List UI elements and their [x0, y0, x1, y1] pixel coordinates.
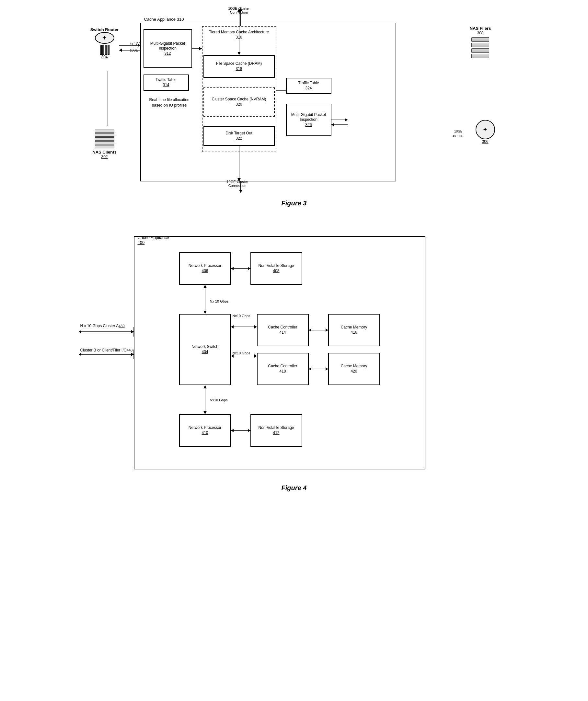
tt-314-label: Traffic Table [156, 77, 176, 82]
mgpi-312-label: Multi-Gigabit Packet Inspection [146, 41, 190, 51]
csc-320-label: Cluster Space Cache (NVRAM) [212, 97, 266, 102]
mgpi-312-box: Multi-Gigabit Packet Inspection 312 [144, 29, 192, 68]
tt-324-num: 324 [305, 86, 312, 91]
mgpi-312-num: 312 [164, 51, 171, 56]
tmca-316-label: Tiered Memory Cache Architecture 316 [204, 30, 274, 40]
right-4x1ge: 4x 1GE [452, 135, 463, 138]
speed-np-ns-label: Nx 10 Gbps [210, 299, 229, 303]
nas-filers: NAS Filers 308 [458, 26, 503, 58]
nas-clients-label: NAS Clients [82, 150, 127, 155]
tt-314-num: 314 [163, 82, 169, 88]
np-410-num: 410 [201, 431, 208, 436]
svg-marker-30 [131, 330, 134, 333]
realtime-text: Real-time file allocation based on IO pr… [145, 97, 194, 108]
cm-416-box: Cache Memory 416 [328, 314, 380, 346]
dto-322-box: Disk Target Out 322 [203, 126, 275, 146]
figure4-caption: Figure 4 [281, 484, 307, 492]
figure4-diagram: Cache Appliance 400 Network Processor 40… [75, 226, 513, 479]
svg-marker-34 [79, 353, 81, 356]
speed-ns-np2: Nx10 Gbps [210, 398, 228, 402]
dto-322-label: Disk Target Out [225, 131, 252, 136]
cm-420-label: Cache Memory [341, 364, 367, 369]
cluster-a-num: 430 [119, 324, 125, 328]
tt-324-label: Traffic Table [298, 81, 319, 86]
nvs-408-box: Non-Volatile Storage 408 [250, 252, 302, 285]
nas-filers-label: NAS Filers [458, 26, 503, 31]
nvs-408-num: 408 [273, 268, 279, 274]
fsc-318-box: File Space Cache (DRAM) 318 [203, 55, 275, 78]
conn-10ge: 10GE [130, 49, 138, 52]
figure3-caption: Figure 3 [281, 200, 307, 207]
cc-414-num: 414 [279, 330, 286, 335]
right-10ge: 10GE [454, 130, 463, 133]
speed-ns-cc-bot: Nx10 Gbps [233, 351, 250, 355]
router-icon: ✦ [95, 32, 114, 44]
np-406-num: 406 [201, 268, 208, 274]
dto-322-num: 322 [235, 136, 242, 141]
cm-420-num: 420 [351, 369, 357, 374]
cluster-b-label: Cluster B or Client/Filer I/O 440 [80, 348, 133, 353]
switch-router-label: Switch Router [82, 27, 127, 32]
np-406-box: Network Processor 406 [179, 252, 231, 285]
cc-414-box: Cache Controller 414 [257, 314, 309, 346]
nvs-412-num: 412 [273, 431, 279, 436]
conn-4x1ge: 4x 1GE [130, 42, 141, 46]
np-406-label: Network Processor [189, 263, 221, 268]
np-410-box: Network Processor 410 [179, 414, 231, 447]
figure3-container: 10GE Cluster Connection 10GE Cluster Con… [67, 6, 521, 207]
tt-314-box: Traffic Table 314 [144, 74, 189, 91]
top-connection-label: 10GE Cluster Connection [223, 6, 255, 14]
page-container: 10GE Cluster Connection 10GE Cluster Con… [6, 6, 582, 492]
csc-320-box: Cluster Space Cache (NVRAM) 320 [203, 87, 275, 116]
nvs-412-box: Non-Volatile Storage 412 [250, 414, 302, 447]
np-410-label: Network Processor [189, 425, 221, 431]
cc-414-label: Cache Controller [268, 325, 297, 330]
cm-416-label: Cache Memory [341, 325, 367, 330]
nas-filers-num: 308 [458, 31, 503, 35]
svg-marker-33 [131, 353, 134, 356]
cache-appliance-400-label: Cache Appliance 400 [138, 235, 169, 245]
cluster-b-num: 440 [127, 348, 133, 352]
cc-418-num: 418 [279, 369, 286, 374]
cc-418-label: Cache Controller [268, 364, 297, 369]
cm-420-box: Cache Memory 420 [328, 353, 380, 385]
cm-416-num: 416 [351, 330, 357, 335]
svg-marker-31 [79, 330, 81, 333]
mgpi-326-label: Multi-Gigabit Packet Inspection [288, 112, 329, 123]
ns-404-num: 404 [201, 349, 208, 355]
nvs-412-label: Non-Volatile Storage [258, 425, 294, 431]
mgpi-326-box: Multi-Gigabit Packet Inspection 326 [286, 104, 332, 136]
switch-306: ✦ 306 [467, 120, 503, 144]
figure3-diagram: 10GE Cluster Connection 10GE Cluster Con… [75, 6, 513, 194]
figure4-container: Cache Appliance 400 Network Processor 40… [67, 226, 521, 492]
ns-404-label: Network Switch [191, 344, 218, 349]
switch-306-num: 306 [467, 139, 503, 144]
tt-324-box: Traffic Table 324 [286, 78, 332, 94]
mgpi-326-num: 326 [305, 123, 312, 128]
speed-ns-cc-top: Nx10 Gbps [233, 314, 250, 318]
ns-404-box: Network Switch 404 [179, 314, 231, 385]
cluster-a-label: N x 10 Gbps Cluster A 430 [80, 323, 125, 328]
cc-418-box: Cache Controller 418 [257, 353, 309, 385]
svg-marker-3 [239, 190, 242, 193]
fsc-318-num: 318 [235, 66, 242, 71]
cache-appliance-310-label: Cache Appliance 310 [144, 17, 184, 22]
switch-router-num: 304 [82, 55, 127, 59]
nvs-408-label: Non-Volatile Storage [258, 263, 294, 268]
nas-clients-num: 302 [82, 155, 127, 159]
csc-320-num: 320 [235, 102, 242, 107]
fsc-318-label: File Space Cache (DRAM) [216, 61, 262, 66]
switch-router: Switch Router ✦ 304 [82, 26, 127, 59]
switch-306-icon: ✦ [475, 120, 495, 139]
nas-clients: NAS Clients 302 [82, 130, 127, 159]
